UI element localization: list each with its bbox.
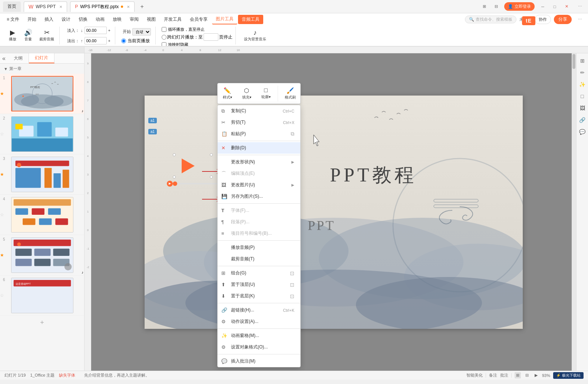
scrollbar-thumb[interactable]	[572, 54, 575, 69]
ribbon-trim-button[interactable]: ✂ 裁剪音频	[37, 28, 56, 43]
notes-btn[interactable]: 备注	[489, 373, 497, 378]
ctx-trim-audio[interactable]: 裁剪音频(T)	[218, 253, 300, 265]
toolbar-style-button[interactable]: ✏️ 样式▾	[220, 86, 235, 101]
slide-thumb-4[interactable]	[11, 197, 73, 233]
tab-slides[interactable]: 幻灯片	[29, 53, 54, 63]
search-box[interactable]: 🔍 查找命令、搜索模板	[465, 16, 516, 23]
ctx-cut[interactable]: ✂ 剪切(T) Ctrl+X	[218, 117, 300, 128]
ctx-send-back[interactable]: ⬇ 置于底层(K) ⊡	[218, 290, 300, 302]
menu-tab-view[interactable]: 视图	[143, 15, 159, 24]
cross-play-radio[interactable]	[162, 35, 166, 40]
menu-tab-transition[interactable]: 切换	[75, 15, 91, 24]
scrollbar-v[interactable]	[572, 53, 576, 371]
slideshow-view-btn[interactable]: ▶	[533, 372, 539, 378]
slide-star-6[interactable]: ☆	[0, 293, 4, 298]
audio-play-btn[interactable]: ▶	[167, 181, 173, 187]
layout-icon[interactable]: ⊞	[479, 3, 489, 10]
menu-tab-image-tool[interactable]: 图片工具	[212, 14, 237, 24]
add-slide-button[interactable]: +	[0, 316, 84, 330]
toolbar-outline-button[interactable]: □ 轮廓▾	[258, 86, 273, 101]
handle-tl[interactable]	[173, 153, 176, 156]
right-icon-6[interactable]: 🔗	[578, 116, 587, 124]
ribbon-play-button[interactable]: ▶ 播放	[6, 28, 19, 43]
ctx-insert-comment[interactable]: 💬 插入批注(M)	[218, 355, 300, 367]
slide-thumb-5[interactable]	[11, 237, 73, 273]
smart-beauty-btn[interactable]: 智能美化	[466, 373, 483, 378]
slide-item-6[interactable]: ☆ 6 这是基础PPT	[0, 276, 84, 316]
ctx-play-audio[interactable]: 播放音频(P)	[218, 242, 300, 253]
menu-tab-developer[interactable]: 开发工具	[160, 15, 185, 24]
login-button[interactable]: 👤 立即登录	[504, 2, 535, 11]
collab-button[interactable]: 协作	[535, 15, 551, 24]
menu-tab-member[interactable]: 会员专享	[186, 15, 211, 24]
ctx-save-image[interactable]: 💾 另存为图片(S)...	[218, 191, 300, 202]
ribbon-bg-music-button[interactable]: ♪ 设为背景音乐	[242, 28, 268, 43]
file-tab-close[interactable]: ✕	[127, 5, 130, 9]
tab-outline[interactable]: 大纲	[8, 53, 29, 63]
more-ribbon-icon[interactable]: ⋯	[575, 16, 585, 23]
ctx-paste[interactable]: 📋 粘贴(P) ⧉	[218, 128, 300, 140]
ctx-bullets[interactable]: ≡ 项目符号和编号(B)...	[218, 228, 300, 239]
right-icon-2[interactable]: ✏	[578, 68, 587, 77]
slide-canvas[interactable]: PPT教程 PPT	[145, 96, 523, 329]
slide-thumb-2[interactable]	[11, 116, 73, 152]
tab-file[interactable]: P WPS PPT教程.pptx ✕	[70, 1, 135, 12]
ctx-format-object[interactable]: ⚙ 设置对象格式(O)...	[218, 341, 300, 353]
minimize-button[interactable]: ─	[538, 3, 548, 10]
ctx-bring-front[interactable]: ⬆ 置于顶层(U) ⊡	[218, 279, 300, 290]
right-icon-3[interactable]: ✨	[578, 80, 587, 89]
cross-play-input[interactable]	[204, 33, 218, 41]
maximize-button[interactable]: □	[549, 3, 560, 10]
toolbar-fill-button[interactable]: ⬡ 填充▾	[239, 86, 254, 101]
more-options-icon[interactable]: ⋯	[575, 3, 585, 10]
close-button[interactable]: ✕	[561, 3, 572, 10]
audio-scrubber[interactable]	[173, 181, 177, 186]
collapse-button[interactable]: «	[0, 53, 8, 63]
toolbar-format-brush-button[interactable]: 🖌️ 格式刷	[283, 86, 298, 101]
right-icon-5[interactable]: 🖼	[578, 104, 587, 113]
normal-view-btn[interactable]: ⊞	[515, 372, 521, 378]
menu-tab-design[interactable]: 设计	[58, 15, 74, 24]
slide-item-1[interactable]: ★ 1	[0, 74, 84, 114]
wps-tab-close[interactable]: ✕	[59, 5, 62, 9]
ctx-edit-points[interactable]: ⌒ 编辑顶点(E)	[218, 168, 300, 179]
fade-in-plus[interactable]: +	[108, 28, 110, 33]
slide-star-5[interactable]: ★	[0, 253, 4, 258]
ctx-animation-pane[interactable]: ✨ 动画窗格(M)...	[218, 330, 300, 341]
ctx-action[interactable]: ⚙ 动作设置(A)...	[218, 316, 300, 327]
right-icon-1[interactable]: ⊞	[578, 56, 587, 65]
grid-icon[interactable]: ⊟	[491, 3, 501, 10]
menu-tab-audio-tool[interactable]: 音频工具	[238, 15, 263, 24]
hide-play-checkbox[interactable]	[162, 42, 166, 47]
slide-item-3[interactable]: ★ 3	[0, 154, 84, 195]
slide-star-4[interactable]: ☆	[0, 212, 4, 217]
ctx-change-picture[interactable]: 🖼 更改图片(U) ▶	[218, 179, 300, 191]
tab-wps[interactable]: W WPS PPT ✕	[24, 1, 67, 12]
ctx-hyperlink[interactable]: 🔗 超链接(H)... Ctrl+K	[218, 304, 300, 316]
handle-bl[interactable]	[173, 176, 176, 178]
fade-out-input[interactable]	[85, 37, 107, 44]
fade-in-input[interactable]	[85, 27, 107, 34]
current-page-radio[interactable]	[121, 38, 126, 44]
font-warning[interactable]: 缺失字体	[59, 373, 75, 378]
slide-thumb-3[interactable]	[11, 157, 73, 192]
menu-tab-insert[interactable]: 插入	[41, 15, 57, 24]
tab-home[interactable]: 首页	[3, 1, 21, 12]
ctx-paragraph[interactable]: ¶ 段落(P)...	[218, 216, 300, 228]
slide-star-3[interactable]: ★	[0, 172, 4, 177]
audio-progress-bar[interactable]	[175, 183, 219, 184]
fade-out-plus[interactable]: +	[108, 39, 110, 43]
grid-view-btn[interactable]: ⊟	[524, 372, 530, 378]
ctx-delete[interactable]: ✕ 删除(D)	[218, 142, 300, 154]
slide-item-2[interactable]: ☆ 2	[0, 114, 84, 154]
ctx-font[interactable]: T 字体(F)...	[218, 205, 300, 216]
add-tab-button[interactable]: +	[138, 2, 146, 11]
slide-item-4[interactable]: ☆ 4	[0, 195, 84, 235]
ctx-group[interactable]: ⊞ 组合(G) ⊡	[218, 267, 300, 279]
menu-tab-start[interactable]: 开始	[24, 15, 40, 24]
slide-thumb-6[interactable]: 这是基础PPT	[11, 278, 73, 313]
menu-tab-slideshow[interactable]: 放映	[109, 15, 125, 24]
slide-item-5[interactable]: ★ 5	[0, 235, 84, 276]
comments-btn[interactable]: 批注	[500, 373, 508, 378]
ctx-copy[interactable]: ⧉ 复制(C) Ctrl+C	[218, 105, 300, 117]
